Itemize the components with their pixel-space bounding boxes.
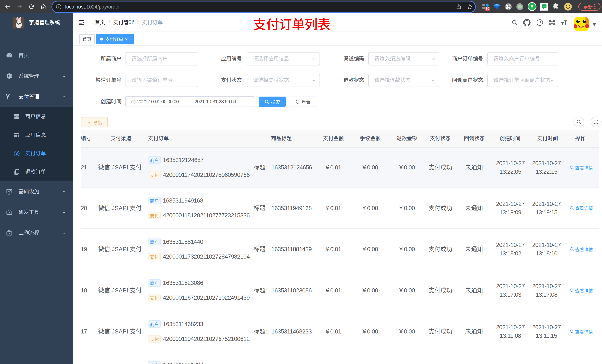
svg-text:10: 10 [485,7,489,10]
